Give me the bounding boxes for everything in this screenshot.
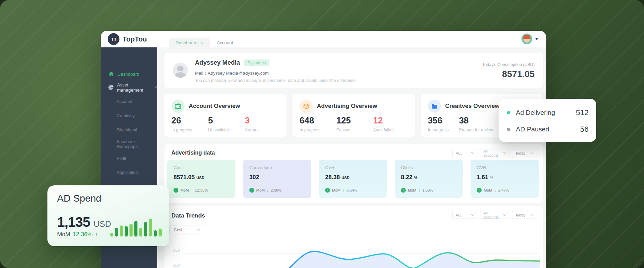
sidebar-item-pixel[interactable]: Pixel bbox=[117, 155, 126, 162]
box-icon bbox=[299, 100, 313, 113]
y-axis-tick-200: 200 bbox=[169, 263, 180, 267]
advertising-data-filters: ALL All accounts Today bbox=[452, 149, 537, 157]
stat-value-alert: 3 bbox=[245, 115, 281, 126]
metric-card-conversion[interactable]: Conversion 302 ↑MoM↓2.08% bbox=[243, 160, 311, 198]
trend-down-icon: ↓ bbox=[267, 188, 269, 192]
spend-bar bbox=[129, 224, 133, 237]
tab-dashboard-label: Dashboard bbox=[176, 40, 198, 45]
mom-percent: 2.47% bbox=[498, 188, 509, 192]
ad-spend-mom: MoM 12.36% ↑ bbox=[57, 231, 98, 238]
tab-account[interactable]: Account bbox=[210, 38, 240, 47]
tab-dashboard[interactable]: Dashboard × bbox=[169, 38, 210, 47]
sidebar-item-dashboard[interactable]: Dashboard bbox=[101, 69, 157, 79]
divider bbox=[519, 120, 589, 120]
spend-bar bbox=[149, 219, 152, 237]
metric-unit: USD bbox=[341, 176, 349, 180]
filter-date-value: Today bbox=[515, 151, 525, 155]
filter-date-select[interactable]: Today bbox=[512, 149, 537, 157]
metric-card-cvr-2[interactable]: CVR 1.61 % ↑MoM↓2.47% bbox=[471, 160, 539, 198]
filter-accounts-value: All accounts bbox=[483, 211, 501, 219]
ad-paused-row: AD Paused 56 bbox=[507, 122, 589, 136]
advertising-data-title: Advertising data bbox=[171, 150, 215, 156]
mom-label: MoM bbox=[484, 188, 492, 192]
tab-bar: Dashboard × Account bbox=[169, 38, 240, 47]
chevron-down-icon[interactable] bbox=[535, 38, 538, 40]
stat-value: 5 bbox=[208, 115, 245, 126]
tab-close-icon[interactable]: × bbox=[200, 40, 203, 45]
stat-label: In progress bbox=[299, 128, 336, 132]
chevron-down-icon bbox=[503, 213, 506, 216]
metric-value: 302 bbox=[249, 174, 305, 181]
filter-all-value: ALL bbox=[456, 213, 463, 217]
spend-bar bbox=[159, 229, 162, 237]
trends-metric-select[interactable]: Cost bbox=[169, 225, 204, 234]
stat-value: 125 bbox=[336, 115, 373, 126]
metric-label: CVR bbox=[477, 165, 533, 170]
trends-area-chart bbox=[182, 239, 540, 268]
metric-value: 8.22 % bbox=[401, 174, 457, 181]
account-overview-title: Account Overview bbox=[189, 103, 240, 110]
sidebar-item-application[interactable]: Application bbox=[117, 169, 138, 176]
stat-label: Paused bbox=[336, 128, 373, 132]
spend-bar bbox=[120, 225, 123, 237]
metric-row: Cost 8571.05 USD ↑MoM↑12.35% Conversion … bbox=[167, 160, 539, 198]
folder-icon bbox=[428, 100, 441, 113]
metric-label: Cost bbox=[173, 165, 229, 170]
mom-percent: 1.58% bbox=[422, 188, 433, 192]
spend-bar bbox=[139, 228, 142, 237]
mom-badge-icon: ↑ bbox=[173, 188, 178, 193]
trend-up-icon: ↑ bbox=[418, 188, 420, 192]
profile-mail: Mail：Adyssey Media@adyssey.com bbox=[195, 70, 269, 76]
mom-badge-icon: ↑ bbox=[325, 188, 330, 193]
sidebar-item-asset-management[interactable]: Asset management bbox=[101, 82, 157, 93]
trends-metric-value: Cost bbox=[174, 228, 182, 232]
stat-value: 356 bbox=[428, 115, 459, 126]
profile-card: Adyssey Media Sysadmin Mail：Adyssey Medi… bbox=[164, 53, 543, 88]
ad-delivering-value: 512 bbox=[576, 108, 589, 117]
profile-description: You can manage, view and manage all pers… bbox=[195, 78, 356, 83]
metric-card-cost[interactable]: Cost 8571.05 USD ↑MoM↑12.35% bbox=[167, 160, 235, 198]
pie-chart-icon bbox=[108, 85, 114, 90]
role-badge: Sysadmin bbox=[244, 59, 269, 66]
mom-label: MoM bbox=[332, 188, 340, 192]
filter-date-value: Today bbox=[515, 213, 525, 217]
ad-delivering-label: Ad Delivering bbox=[516, 109, 555, 117]
metric-card-cvr[interactable]: CVR 28.38 USD ↑MoM↑6.54% bbox=[319, 160, 387, 198]
stat-value: 648 bbox=[299, 115, 336, 126]
mom-percent: 6.54% bbox=[347, 188, 357, 192]
avatar-silhouette-head bbox=[177, 66, 184, 71]
mom-label: MoM bbox=[57, 231, 70, 238]
metric-value: 1.61 % bbox=[477, 174, 533, 181]
trends-filter-accounts-select[interactable]: All accounts bbox=[480, 211, 509, 219]
sidebar-item-directional[interactable]: Directional bbox=[117, 127, 137, 133]
wallet-icon bbox=[171, 100, 185, 113]
filter-accounts-select[interactable]: All accounts bbox=[480, 149, 509, 157]
mom-label: MoM bbox=[180, 188, 189, 192]
trends-filter-date-select[interactable]: Today bbox=[512, 211, 537, 219]
stat-value: 26 bbox=[171, 115, 208, 126]
brand-logo[interactable]: TT TopTou bbox=[108, 33, 147, 45]
data-trends-card: Data Trends ALL All accounts Today Cost … bbox=[164, 206, 543, 268]
trends-filter-all-select[interactable]: ALL bbox=[452, 211, 477, 219]
sidebar-item-account[interactable]: Account bbox=[117, 98, 132, 105]
user-avatar bbox=[521, 34, 532, 44]
metric-card-clicks[interactable]: Clicks 8.22 % ↑MoM↑1.58% bbox=[395, 160, 463, 198]
user-menu[interactable] bbox=[521, 34, 538, 44]
tab-account-label: Account bbox=[217, 40, 233, 45]
metric-unit: % bbox=[490, 176, 493, 180]
sidebar-item-creativity[interactable]: Creativity bbox=[117, 112, 135, 119]
overview-row: Account Overview 26In progress 5Unavaila… bbox=[164, 94, 543, 137]
filter-all-select[interactable]: ALL bbox=[452, 149, 477, 157]
creatives-overview-title: Creaitves Overview bbox=[445, 103, 500, 110]
sidebar-item-facebook-homepage[interactable]: Facebook Homepage bbox=[117, 141, 157, 148]
green-dot-icon bbox=[507, 111, 510, 114]
spend-bar bbox=[144, 222, 147, 237]
ad-delivering-row: Ad Delivering 512 bbox=[507, 106, 589, 120]
filter-all-value: ALL bbox=[456, 151, 463, 155]
metric-value: 28.38 USD bbox=[325, 174, 381, 181]
ad-spend-unit: USD bbox=[93, 219, 111, 229]
chevron-down-icon bbox=[471, 151, 474, 154]
stat-label: In progress bbox=[171, 128, 208, 132]
account-overview-card: Account Overview 26In progress 5Unavaila… bbox=[164, 94, 286, 137]
trend-up-icon: ↑ bbox=[95, 231, 98, 238]
